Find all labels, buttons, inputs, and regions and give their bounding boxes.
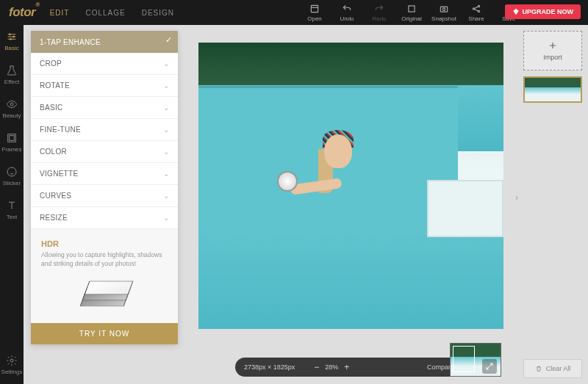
plus-icon	[548, 40, 558, 51]
snapshot-button[interactable]: Snapshot	[429, 4, 459, 22]
share-button[interactable]: Share	[461, 4, 492, 22]
image-thumbnail[interactable]	[523, 76, 582, 103]
mode-tabs: EDIT COLLAGE DESIGN	[50, 9, 174, 17]
expand-icon	[485, 362, 494, 371]
panel-color[interactable]: Color⌄	[31, 141, 178, 163]
hdr-try-button[interactable]: TRY IT NOW	[31, 323, 178, 344]
clear-all-button[interactable]: Clear All	[523, 359, 582, 378]
hdr-title: HDR	[41, 239, 168, 248]
svg-point-3	[442, 7, 445, 10]
sticker-icon	[6, 166, 18, 178]
svg-point-15	[10, 359, 13, 362]
left-toolbar: Basic Effect Beauty Frames Sticker Text …	[0, 25, 24, 384]
snapshot-icon	[439, 4, 449, 14]
svg-rect-13	[10, 136, 15, 141]
hdr-layers-icon	[79, 275, 130, 311]
trash-icon	[535, 365, 542, 372]
tool-effect-label: Effect	[4, 79, 19, 85]
tab-design[interactable]: DESIGN	[142, 9, 174, 17]
expand-navigator-button[interactable]	[482, 359, 497, 374]
open-button[interactable]: Open	[299, 4, 330, 22]
collapse-right-icon[interactable]: ›	[515, 192, 518, 203]
snapshot-label: Snapshot	[431, 15, 456, 22]
tab-collage[interactable]: COLLAGE	[85, 9, 125, 17]
viewport-box[interactable]	[453, 346, 475, 372]
redo-icon	[374, 4, 384, 14]
upgrade-button[interactable]: UPGRADE NOW	[505, 4, 581, 19]
chevron-down-icon: ⌄	[163, 104, 169, 112]
panel-finetune[interactable]: Fine-Tune⌄	[31, 119, 178, 141]
row-label: Basic	[40, 104, 63, 112]
zoom-out-button[interactable]: −	[314, 362, 319, 372]
canvas-area[interactable]	[198, 43, 503, 329]
frame-icon	[6, 132, 18, 144]
undo-button[interactable]: Undo	[331, 4, 362, 22]
tool-text[interactable]: Text	[0, 200, 24, 220]
clear-all-label: Clear All	[546, 365, 571, 372]
row-label: Crop	[40, 59, 62, 68]
tool-sticker-label: Sticker	[3, 180, 21, 186]
row-label: Fine-Tune	[40, 126, 81, 134]
settings-label: Settings	[1, 369, 23, 375]
open-label: Open	[307, 15, 322, 22]
import-button[interactable]: Import	[523, 31, 582, 70]
panel-crop[interactable]: Crop⌄	[31, 53, 178, 75]
row-label: Rotate	[40, 81, 70, 90]
tab-edit[interactable]: EDIT	[50, 9, 70, 17]
basic-panel: 1-Tap Enhance Crop⌄ Rotate⌄ Basic⌄ Fine-…	[31, 31, 178, 344]
gear-icon	[6, 355, 18, 366]
svg-point-5	[478, 5, 479, 7]
panel-1tap-enhance[interactable]: 1-Tap Enhance	[31, 31, 178, 53]
sliders-icon	[6, 31, 18, 43]
svg-rect-1	[409, 5, 415, 11]
edited-photo	[198, 43, 503, 329]
tool-frames[interactable]: Frames	[0, 132, 24, 153]
brand-logo[interactable]: fotor®	[0, 5, 50, 20]
tool-frames-label: Frames	[1, 146, 21, 153]
svg-point-4	[473, 7, 474, 9]
text-icon	[6, 200, 18, 211]
image-dimensions: 2738px × 1825px	[244, 363, 295, 371]
status-bar: 2738px × 1825px − 28% + Compare	[235, 358, 463, 377]
original-button[interactable]: Original	[396, 4, 427, 22]
undo-label: Undo	[340, 15, 354, 22]
chevron-down-icon: ⌄	[163, 214, 169, 222]
panel-basic[interactable]: Basic⌄	[31, 97, 178, 119]
tool-sticker[interactable]: Sticker	[0, 166, 24, 186]
right-panel: Import Clear All	[523, 31, 582, 378]
svg-point-9	[13, 36, 15, 37]
panel-curves[interactable]: Curves⌄	[31, 185, 178, 207]
chevron-down-icon: ⌄	[163, 126, 169, 134]
row-label: Vignette	[40, 170, 78, 178]
tool-basic-label: Basic	[4, 45, 19, 51]
diamond-icon	[512, 8, 520, 15]
share-icon	[471, 4, 481, 14]
zoom-in-button[interactable]: +	[344, 362, 349, 372]
zoom-level: 28%	[325, 363, 338, 371]
original-label: Original	[401, 15, 422, 22]
eye-icon	[6, 98, 18, 110]
panel-vignette[interactable]: Vignette⌄	[31, 163, 178, 185]
hdr-description: Allowing you to capture highlights, shad…	[41, 251, 168, 269]
tool-basic[interactable]: Basic	[0, 31, 24, 51]
svg-point-14	[7, 167, 16, 176]
tool-beauty[interactable]: Beauty	[0, 98, 24, 119]
chevron-down-icon: ⌄	[163, 170, 169, 178]
chevron-down-icon: ⌄	[163, 192, 169, 200]
zoom-controls: − 28% +	[314, 362, 349, 372]
top-bar: fotor® EDIT COLLAGE DESIGN Open Undo Red…	[0, 0, 588, 25]
brand-text: fotor	[9, 5, 35, 19]
hdr-promo: HDR Allowing you to capture highlights, …	[31, 229, 178, 323]
panel-resize[interactable]: Resize⌄	[31, 207, 178, 229]
tool-beauty-label: Beauty	[3, 112, 21, 119]
tool-settings[interactable]: Settings	[0, 355, 24, 375]
redo-label: Redo	[372, 15, 386, 22]
upgrade-label: UPGRADE NOW	[523, 8, 574, 15]
panel-rotate[interactable]: Rotate⌄	[31, 75, 178, 97]
svg-point-6	[478, 10, 479, 12]
redo-button[interactable]: Redo	[364, 4, 395, 22]
open-icon	[309, 4, 320, 14]
share-label: Share	[468, 15, 484, 22]
row-label: Color	[40, 148, 67, 156]
tool-effect[interactable]: Effect	[0, 65, 24, 85]
